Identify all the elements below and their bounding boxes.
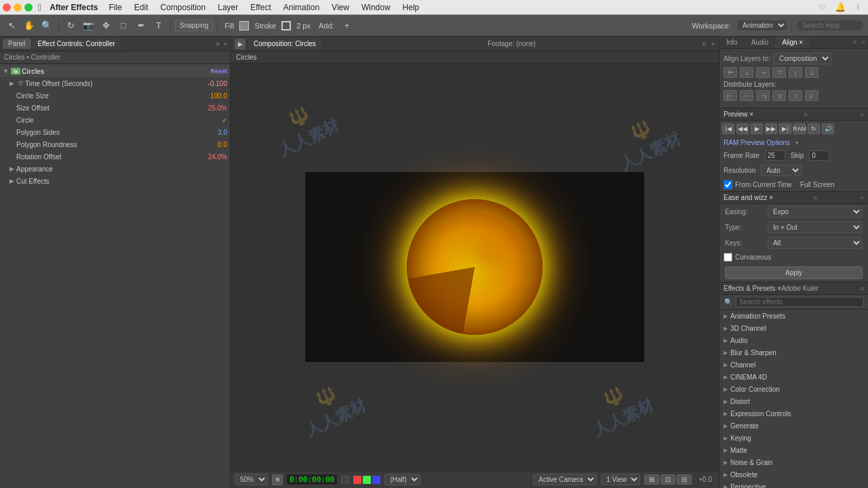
skip-to-end-btn[interactable]: ▶| xyxy=(779,123,791,134)
easing-select[interactable]: Expo xyxy=(768,206,863,218)
curvaceous-checkbox[interactable] xyxy=(724,253,732,262)
align-top-btn[interactable]: ⊤ xyxy=(772,67,786,78)
play-btn[interactable]: ▶ xyxy=(751,123,763,134)
camera-select[interactable]: Active Camera xyxy=(533,474,597,485)
text-tool[interactable]: T xyxy=(151,18,166,33)
preview-close-icon[interactable]: × xyxy=(861,111,864,118)
circle-size-value[interactable]: 100.0 xyxy=(210,92,227,100)
maximize-button[interactable] xyxy=(24,3,33,12)
align-left-btn[interactable]: ⊢ xyxy=(724,67,737,78)
cat-distort[interactable]: ▶ Distort xyxy=(719,395,868,407)
step-back-btn[interactable]: ◀◀ xyxy=(736,123,749,134)
tab-effect-controls[interactable]: Effect Controls: Controller xyxy=(33,39,121,49)
view-layout-1[interactable]: ⊞ xyxy=(644,474,659,485)
rotation-tool[interactable]: ↻ xyxy=(63,18,78,33)
menu-composition[interactable]: Composition xyxy=(155,1,212,14)
align-bottom-btn[interactable]: ⊥ xyxy=(805,67,818,78)
cat-blur-sharpen[interactable]: ▶ Blur & Sharpen xyxy=(719,346,868,359)
align-right-btn[interactable]: ⊣ xyxy=(756,67,770,78)
cat-keying[interactable]: ▶ Keying xyxy=(719,432,868,444)
time-offset-value[interactable]: -0.100 xyxy=(208,80,227,87)
minimize-button[interactable] xyxy=(14,3,22,12)
ease-close-icon[interactable]: × xyxy=(861,195,864,201)
polygon-sides-value[interactable]: 3.0 xyxy=(218,129,227,136)
keys-select[interactable]: All xyxy=(768,237,863,249)
cat-animation-presets[interactable]: ▶ Animation Presets xyxy=(719,310,868,322)
tab-align[interactable]: Align × xyxy=(775,37,810,48)
mask-tool[interactable]: □ xyxy=(116,18,131,33)
search-help-input[interactable] xyxy=(796,20,864,31)
effects-search-input[interactable] xyxy=(736,297,864,307)
snapping-button[interactable]: Snapping xyxy=(175,20,213,31)
menu-window[interactable]: Window xyxy=(356,1,396,14)
preview-menu[interactable]: ≡ xyxy=(804,111,807,118)
tab-audio[interactable]: Audio xyxy=(745,37,776,48)
step-fwd-btn[interactable]: ▶▶ xyxy=(765,123,777,134)
menu-help[interactable]: Help xyxy=(397,1,425,14)
hand-tool[interactable]: ✋ xyxy=(22,18,37,33)
type-select[interactable]: In + Out xyxy=(768,222,863,233)
cat-color-correction[interactable]: ▶ Color Correction xyxy=(719,383,868,395)
circles-toggle[interactable]: ▼ xyxy=(3,68,9,75)
frame-rate-input[interactable] xyxy=(765,150,785,161)
dist-right-btn[interactable]: →| xyxy=(756,90,770,101)
tab-project[interactable]: Panel xyxy=(3,39,31,49)
cat-perspective[interactable]: ▶ Perspective xyxy=(719,481,868,488)
skip-to-start-btn[interactable]: |◀ xyxy=(722,123,734,134)
pen-tool[interactable]: ✒ xyxy=(134,18,149,33)
ram-preview-options-link[interactable]: RAM Preview Options xyxy=(724,139,790,146)
prop-appearance[interactable]: ▶ Appearance xyxy=(0,163,230,175)
menu-file[interactable]: File xyxy=(103,1,127,14)
cat-cinema4d[interactable]: ▶ CINEMA 4D xyxy=(719,371,868,383)
dist-top-btn[interactable]: ↑| xyxy=(772,90,786,101)
rpanel-close-btn[interactable]: × xyxy=(859,37,868,48)
menu-edit[interactable]: Edit xyxy=(129,1,154,14)
prop-polygon-roundness[interactable]: Polygon Roundness 0.0 xyxy=(0,138,230,150)
camera-tool[interactable]: 📷 xyxy=(81,18,96,33)
align-layers-select[interactable]: Composition xyxy=(773,53,831,64)
frame-display-icon[interactable] xyxy=(341,476,349,484)
rpanel-menu[interactable]: ≡ xyxy=(850,37,859,48)
add-btn[interactable]: + xyxy=(340,18,355,33)
stopwatch-time-offset[interactable]: ⏱ xyxy=(18,80,24,87)
menu-layer[interactable]: Layer xyxy=(212,1,243,14)
adobe-kuler-tab[interactable]: Adobe Kuler xyxy=(781,285,818,292)
effects-menu[interactable]: ≡ xyxy=(861,285,864,292)
cat-expression-controls[interactable]: ▶ Expression Controls xyxy=(719,407,868,420)
view-select[interactable]: 1 View xyxy=(601,474,640,485)
size-offset-value[interactable]: 25.0% xyxy=(208,104,227,112)
skip-input[interactable] xyxy=(809,150,829,161)
circles-header-row[interactable]: ▼ fx Circles Reset xyxy=(0,65,230,77)
dist-vcenter-btn[interactable]: ↕ xyxy=(789,90,802,101)
from-current-checkbox[interactable] xyxy=(724,180,732,189)
prop-circle[interactable]: Circle ✓ xyxy=(0,114,230,126)
viewer-menu[interactable]: ≡ xyxy=(702,41,705,47)
tab-composition[interactable]: Composition: Circles xyxy=(248,39,321,49)
polygon-roundness-value[interactable]: 0.0 xyxy=(218,141,227,148)
dist-left-btn[interactable]: |← xyxy=(724,90,737,101)
prop-size-offset[interactable]: Size Offset 25.0% xyxy=(0,102,230,114)
prop-time-offset[interactable]: ▶ ⏱ Time Offset (Seconds) -0.100 xyxy=(0,77,230,89)
prop-circle-size[interactable]: Circle Size 100.0 xyxy=(0,89,230,102)
align-hcenter-btn[interactable]: ⊥ xyxy=(740,67,753,78)
ram-preview-btn[interactable]: RAM xyxy=(793,123,806,134)
cut-effects-toggle[interactable]: ▶ xyxy=(9,178,16,184)
fill-swatch[interactable] xyxy=(239,21,249,30)
panel-menu[interactable]: ≡ xyxy=(216,41,219,47)
cat-channel[interactable]: ▶ Channel xyxy=(719,359,868,371)
apply-button[interactable]: Apply xyxy=(725,266,863,279)
zoom-select[interactable]: 50% xyxy=(235,474,268,485)
view-layout-2[interactable]: ⊡ xyxy=(660,474,675,485)
viewer-close[interactable]: × xyxy=(711,41,715,47)
zoom-tool[interactable]: 🔍 xyxy=(39,18,54,33)
resolution-select[interactable]: (Half) xyxy=(384,474,420,485)
dist-hcenter-btn[interactable]: ↔ xyxy=(740,90,753,101)
panel-close[interactable]: × xyxy=(224,41,227,47)
pan-tool[interactable]: ✥ xyxy=(98,18,113,33)
loop-btn[interactable]: ↻ xyxy=(808,123,820,134)
cat-matte[interactable]: ▶ Matte xyxy=(719,444,868,456)
ease-menu[interactable]: ≡ xyxy=(814,195,817,201)
prop-polygon-sides[interactable]: Polygon Sides 3.0 xyxy=(0,126,230,138)
dist-bottom-btn[interactable]: |↓ xyxy=(805,90,818,101)
audio-btn[interactable]: 🔊 xyxy=(822,123,834,134)
